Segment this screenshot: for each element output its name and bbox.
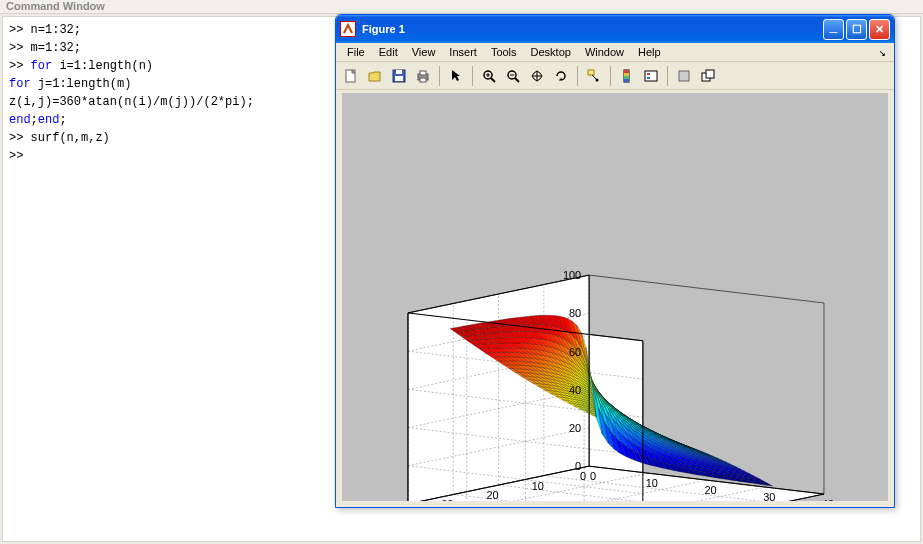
titlebar[interactable]: Figure 1 ─ ☐ ✕ [336, 15, 894, 43]
svg-text:20: 20 [487, 489, 499, 501]
colorbar-icon[interactable] [616, 65, 638, 87]
svg-line-12 [515, 78, 519, 82]
toolbar-sep [667, 66, 668, 86]
svg-text:10: 10 [646, 477, 658, 489]
toolbar-sep [610, 66, 611, 86]
svg-point-16 [596, 78, 599, 81]
svg-rect-22 [645, 71, 657, 81]
minimize-button[interactable]: ─ [823, 19, 844, 40]
toolbar-sep [472, 66, 473, 86]
svg-text:20: 20 [569, 422, 581, 434]
float-icon[interactable] [697, 65, 719, 87]
svg-rect-3 [395, 76, 403, 81]
print-icon[interactable] [412, 65, 434, 87]
svg-rect-6 [420, 78, 426, 82]
svg-text:60: 60 [569, 346, 581, 358]
menu-tools[interactable]: Tools [484, 44, 524, 60]
menu-desktop[interactable]: Desktop [524, 44, 578, 60]
menu-edit[interactable]: Edit [372, 44, 405, 60]
new-icon[interactable] [340, 65, 362, 87]
maximize-button[interactable]: ☐ [846, 19, 867, 40]
menu-help[interactable]: Help [631, 44, 668, 60]
svg-text:30: 30 [441, 498, 453, 501]
menubar: File Edit View Insert Tools Desktop Wind… [336, 43, 894, 62]
svg-rect-25 [679, 71, 689, 81]
menu-file[interactable]: File [340, 44, 372, 60]
svg-text:0: 0 [590, 470, 596, 482]
plot-area[interactable]: 020406080100010203040010203040 [342, 93, 888, 501]
window-buttons: ─ ☐ ✕ [823, 19, 890, 40]
svg-text:0: 0 [580, 470, 586, 482]
matlab-icon [340, 21, 356, 37]
svg-text:30: 30 [763, 491, 775, 501]
toolbar [336, 62, 894, 90]
svg-line-66 [589, 275, 824, 303]
zoom-in-icon[interactable] [478, 65, 500, 87]
figure-title: Figure 1 [362, 23, 405, 35]
svg-rect-14 [588, 70, 594, 75]
close-button[interactable]: ✕ [869, 19, 890, 40]
svg-text:100: 100 [563, 269, 581, 281]
svg-rect-20 [624, 76, 629, 79]
svg-text:40: 40 [569, 384, 581, 396]
svg-text:20: 20 [704, 484, 716, 496]
toolbar-sep [439, 66, 440, 86]
arrow-icon[interactable] [445, 65, 467, 87]
menu-window[interactable]: Window [578, 44, 631, 60]
svg-rect-19 [624, 73, 629, 76]
command-window-title: Command Window [0, 0, 923, 14]
figure-window: Figure 1 ─ ☐ ✕ File Edit View Insert Too… [335, 14, 895, 508]
svg-rect-21 [624, 79, 629, 82]
svg-text:80: 80 [569, 307, 581, 319]
surface-plot: 020406080100010203040010203040 [342, 93, 888, 501]
svg-rect-18 [624, 70, 629, 73]
rotate-icon[interactable] [550, 65, 572, 87]
hide-tools-icon[interactable] [673, 65, 695, 87]
open-icon[interactable] [364, 65, 386, 87]
svg-text:10: 10 [532, 480, 544, 492]
legend-icon[interactable] [640, 65, 662, 87]
undock-icon[interactable]: ↘ [875, 43, 890, 61]
data-cursor-icon[interactable] [583, 65, 605, 87]
svg-rect-5 [420, 71, 426, 75]
svg-rect-2 [396, 70, 402, 74]
pan-icon[interactable] [526, 65, 548, 87]
save-icon[interactable] [388, 65, 410, 87]
menu-view[interactable]: View [405, 44, 443, 60]
svg-rect-27 [706, 70, 714, 78]
menu-insert[interactable]: Insert [442, 44, 484, 60]
toolbar-sep [577, 66, 578, 86]
svg-text:40: 40 [822, 498, 834, 501]
svg-line-8 [491, 78, 495, 82]
zoom-out-icon[interactable] [502, 65, 524, 87]
